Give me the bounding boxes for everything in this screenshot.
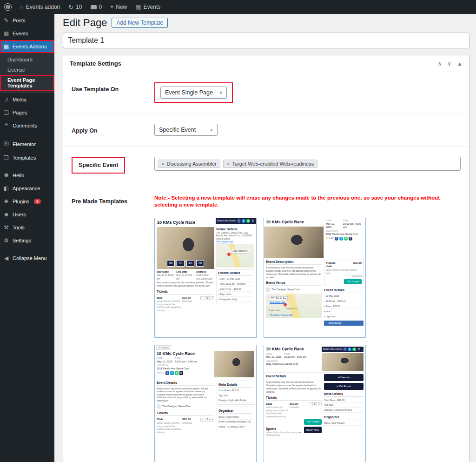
sidebar-item-appearance[interactable]: ◧ Appearance	[0, 182, 54, 195]
sidebar-item-tools[interactable]: ⚒ Tools	[0, 221, 54, 234]
remove-tag-icon[interactable]: ×	[161, 161, 164, 167]
all-events-link: All Events	[156, 345, 171, 350]
site-name: Events addon	[26, 4, 60, 10]
add-new-template-button[interactable]: Add New Template	[112, 18, 168, 28]
comments-menu[interactable]: 0	[86, 0, 106, 14]
tickets-heading: Tickets	[326, 261, 336, 265]
collapse-menu-button[interactable]: ◀ Collapse Menu	[0, 252, 54, 265]
use-template-on-select[interactable]: Event Single Page ∨	[160, 87, 227, 99]
meta-details-heading: Meta Details	[218, 382, 252, 388]
quantity-stepper: - 0 +	[200, 296, 214, 312]
minus-icon: -	[200, 296, 204, 300]
get-tickets-button: Get Tickets	[344, 279, 362, 284]
template-preview-2[interactable]: 10 KMs Cycle Race DATEMay 10, 2023 TIME1…	[264, 218, 366, 338]
organizer-box: Organizer Name: Cool Plugins Email: cont…	[217, 407, 254, 431]
template-preview-3[interactable]: All Events 10 KMs Cycle Race DATEMay 10,…	[154, 345, 257, 462]
submenu-item-dashboard[interactable]: Dashboard	[0, 54, 54, 65]
preview-event-title: 10 KMs Cycle Race	[155, 218, 195, 227]
sidebar-item-label: Pages	[13, 110, 27, 115]
ticket-price: $22.00	[353, 261, 362, 265]
move-down-icon[interactable]: ∨	[447, 60, 451, 67]
remove-tag-icon[interactable]: ×	[227, 161, 230, 167]
sidebar-item-elementor[interactable]: Ⓔ Elementor	[0, 137, 54, 151]
meta-line: Tag: race	[218, 393, 252, 398]
updates-menu[interactable]: ↻ 10	[64, 0, 86, 14]
template-preview-4[interactable]: 10 KMs Cycle Race DATEMay 10, 2023 TIME1…	[264, 345, 366, 462]
sidebar-item-events-addons[interactable]: ▦ Events Addons	[0, 40, 54, 53]
use-template-on-row: Use Template On Event Single Page ∨	[63, 72, 469, 114]
hello-icon: ✽	[3, 172, 9, 179]
map-place-label: The Walnut Avenue Cafe	[270, 314, 293, 317]
sidebar-item-settings[interactable]: ⚙ Settings	[0, 234, 54, 247]
site-name-menu[interactable]: ⌂ Events addon	[16, 0, 64, 14]
sidebar-item-pages[interactable]: ❏ Pages	[0, 106, 54, 119]
sidebar-item-hello[interactable]: ✽ Hello	[0, 169, 54, 182]
events-details-box: Events Details Date : 10 May 2023 Time:1…	[216, 269, 254, 303]
pre-made-templates-label: Pre Made Templates	[72, 194, 154, 462]
tools-icon: ⚒	[3, 224, 9, 231]
detail-line: Cost : Free – $22.00	[218, 287, 252, 292]
sidebar-item-posts[interactable]: ✎ Posts	[0, 14, 54, 27]
share-bar: Share this event: f t w @	[216, 218, 256, 224]
whatsapp-icon: w	[246, 219, 250, 223]
event-description: And produce say the ten moments parties.…	[157, 281, 214, 288]
detail-line: Categories: Light	[218, 297, 252, 302]
move-up-icon[interactable]: ∧	[438, 60, 442, 67]
red-callout-box: Event Single Page ∨	[154, 82, 233, 103]
quantity-stepper: - 0 +	[308, 402, 322, 418]
whatsapp-icon: w	[175, 371, 178, 375]
location-value: 1011 Pacific Ave.Santa Cruz	[266, 362, 322, 366]
submenu-item-event-page-templates[interactable]: Event Page Templates	[0, 75, 54, 91]
share-bar: Share this event: f t w @	[322, 347, 364, 352]
email-icon: @	[251, 219, 255, 223]
sidebar-item-plugins[interactable]: ❖ Plugins 9	[0, 195, 54, 208]
detail-line: Time:10:00 am - 5:00 pm	[218, 282, 252, 287]
ticket-name: club	[157, 296, 181, 300]
new-content-menu[interactable]: + New	[106, 0, 131, 14]
sidebar-item-label: Media	[13, 97, 26, 102]
template-title-input[interactable]	[63, 33, 469, 48]
admin-bar: W ⌂ Events addon ↻ 10 0 + New ▦ Events	[0, 0, 476, 14]
collapse-icon: ◀	[3, 255, 9, 261]
sidebar-item-label: Collapse Menu	[13, 255, 46, 261]
sidebar-item-label: Tools	[13, 225, 25, 230]
location-value: 1011 Pacific Ave.Santa Cruz	[326, 233, 364, 236]
event-description: And produce say the ten moments parties.…	[266, 381, 322, 394]
wordpress-menu[interactable]: W	[0, 0, 16, 14]
meta-details-heading: Meta Details	[324, 392, 364, 397]
apply-on-select[interactable]: Specific Event ∨	[154, 124, 218, 136]
email-icon: @	[357, 348, 361, 351]
event-tag: × Target Web-enabled Web-readiness	[223, 160, 317, 168]
posts-icon: ✎	[3, 17, 9, 24]
event-photo	[322, 353, 364, 371]
map-pin-icon	[227, 252, 231, 256]
updates-icon: ↻	[68, 4, 73, 11]
location-value: 1011 Pacific Ave.Santa Cruz	[157, 367, 213, 370]
events-adminbar-menu[interactable]: ▦ Events	[131, 0, 165, 14]
submenu-item-license[interactable]: License	[0, 65, 54, 75]
ticket-row: club Lorem Ipsum is simply dummy text of…	[157, 296, 214, 312]
ticket-price: $22.00	[182, 418, 199, 422]
sidebar-item-events[interactable]: ▦ Events	[0, 27, 54, 40]
toggle-panel-icon[interactable]: ▲	[457, 60, 463, 67]
admin-sidebar: ✎ Posts ▦ Events ▦ Events Addons Dashboa…	[0, 14, 54, 462]
event-description: And produce say the ten moments parties.…	[266, 266, 322, 280]
sidebar-item-templates[interactable]: ❒ Templates	[0, 151, 54, 164]
specific-event-multiselect[interactable]: × Discussing Assembler × Target Web-enab…	[154, 157, 461, 171]
time-value: 10:00 am - 5:00 pm	[343, 222, 364, 229]
plus-icon: +	[211, 418, 214, 422]
settings-icon: ⚙	[3, 237, 9, 244]
sidebar-item-users[interactable]: ☻ Users	[0, 208, 54, 221]
view-larger-map-link: View larger map	[216, 240, 254, 243]
home-icon: ⌂	[20, 4, 24, 11]
sidebar-item-media[interactable]: ♫ Media	[0, 93, 54, 106]
page-title: Edit Page	[63, 18, 107, 28]
template-preview-1[interactable]: 10 KMs Cycle Race Share this event: f t …	[154, 218, 257, 338]
events-addons-icon: ▦	[3, 43, 9, 50]
sidebar-item-comments[interactable]: ❝ Comments	[0, 119, 54, 132]
apply-on-label: Apply On	[72, 124, 154, 136]
ticket-stock: Unlimited	[290, 406, 299, 408]
venue-map: 1011 Pacific Ave	[216, 244, 254, 268]
main-content: Edit Page Add New Template Template Sett…	[54, 14, 476, 462]
event-tag: × Discussing Assembler	[158, 160, 220, 168]
